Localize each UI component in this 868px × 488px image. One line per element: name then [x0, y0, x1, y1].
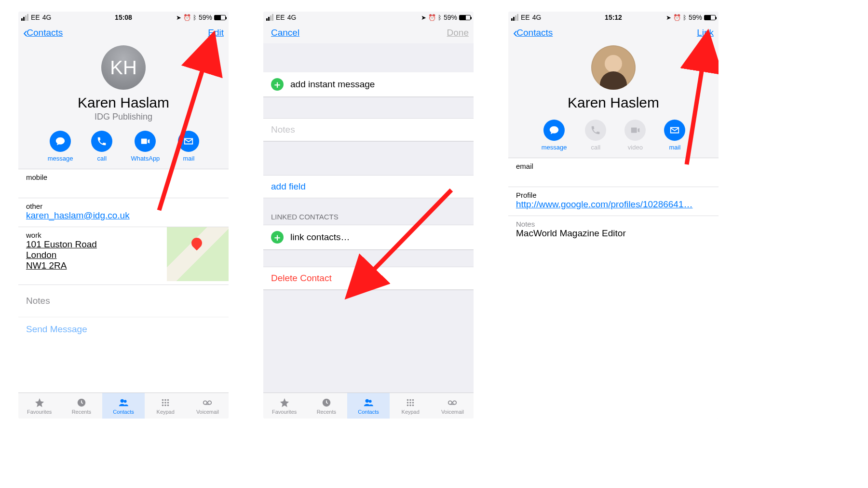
- tab-label: Contacts: [358, 409, 379, 415]
- delete-contact-row[interactable]: Delete Contact: [263, 267, 474, 290]
- svg-point-8: [167, 402, 169, 404]
- action-video: video: [624, 120, 646, 151]
- network-label: 4G: [42, 14, 52, 21]
- contact-org: IDG Publishing: [18, 112, 229, 122]
- tab-contacts[interactable]: Contacts: [347, 393, 389, 419]
- avatar[interactable]: KH: [101, 45, 146, 90]
- field-other[interactable]: other karen_haslam@idg.co.uk: [18, 198, 229, 227]
- action-message[interactable]: message: [542, 120, 567, 151]
- tab-label: Recents: [317, 409, 336, 415]
- send-message-row[interactable]: Send Message: [18, 317, 229, 341]
- contacts-icon: [117, 397, 130, 408]
- field-work-address[interactable]: work 101 Euston Road London NW1 2RA: [18, 227, 229, 285]
- link-contacts-label: link contacts…: [290, 232, 350, 243]
- field-label: other: [26, 202, 221, 210]
- link-button[interactable]: Link: [697, 27, 714, 38]
- tab-voicemail[interactable]: Voicemail: [187, 393, 229, 419]
- screen-contact-detail: EE 4G 15:08 ➤ ⏰ ᛒ 59% ‹ Contacts Edit KH…: [18, 12, 229, 419]
- mail-icon: [183, 136, 194, 147]
- tab-recents[interactable]: Recents: [60, 393, 102, 419]
- star-icon: [33, 397, 46, 408]
- tab-favourites[interactable]: Favourites: [263, 393, 305, 419]
- tab-label: Voicemail: [196, 409, 219, 415]
- done-button[interactable]: Done: [447, 27, 469, 38]
- field-value: http://www.google.com/profiles/10286641…: [516, 199, 711, 210]
- clock: 15:08: [115, 14, 132, 21]
- clock: 15:12: [605, 14, 622, 21]
- contact-fields: mobile other karen_haslam@idg.co.uk work…: [18, 169, 229, 393]
- alarm-icon: ⏰: [428, 14, 436, 21]
- svg-point-20: [412, 399, 414, 401]
- cancel-button[interactable]: Cancel: [271, 27, 299, 38]
- network-label: 4G: [287, 14, 297, 21]
- location-icon: ➤: [176, 14, 181, 21]
- action-message[interactable]: message: [48, 131, 73, 162]
- tab-recents[interactable]: Recents: [305, 393, 347, 419]
- map-thumbnail[interactable]: [167, 227, 229, 281]
- edit-content: ＋ add instant message Notes add field LI…: [263, 43, 474, 393]
- battery-pct: 59%: [444, 14, 457, 21]
- action-mail[interactable]: mail: [178, 131, 199, 162]
- edit-button[interactable]: Edit: [208, 27, 224, 38]
- field-mobile[interactable]: mobile: [18, 169, 229, 198]
- svg-point-23: [412, 402, 414, 404]
- tab-favourites[interactable]: Favourites: [18, 393, 60, 419]
- back-label: Contacts: [516, 27, 553, 38]
- back-button[interactable]: ‹ Contacts: [513, 26, 553, 40]
- field-notes[interactable]: Notes MacWorld Magazine Editor: [508, 216, 719, 244]
- field-value: karen_haslam@idg.co.uk: [26, 210, 221, 221]
- svg-point-25: [409, 404, 411, 406]
- add-im-row[interactable]: ＋ add instant message: [263, 72, 474, 97]
- battery-icon: [214, 15, 226, 20]
- svg-point-21: [407, 402, 409, 404]
- link-contacts-row[interactable]: ＋ link contacts…: [263, 225, 474, 250]
- battery-icon: [704, 15, 716, 20]
- carrier-label: EE: [276, 14, 285, 21]
- tab-bar: Favourites Recents Contacts Keypad Voice…: [263, 393, 474, 419]
- location-icon: ➤: [421, 14, 426, 21]
- svg-point-22: [409, 402, 411, 404]
- svg-point-4: [164, 399, 166, 401]
- field-label: Notes: [516, 220, 711, 228]
- tab-label: Favourites: [27, 409, 52, 415]
- video-icon: [630, 125, 640, 136]
- voicemail-icon: [446, 397, 459, 408]
- plus-icon: ＋: [271, 231, 284, 244]
- action-label: call: [591, 144, 601, 151]
- action-call[interactable]: call: [91, 131, 112, 162]
- back-button[interactable]: ‹ Contacts: [23, 26, 63, 40]
- status-bar: EE 4G 15:08 ➤ ⏰ ᛒ 59%: [18, 12, 229, 22]
- carrier-label: EE: [521, 14, 530, 21]
- mail-icon: [669, 125, 680, 136]
- notes-field[interactable]: Notes: [263, 118, 474, 141]
- screen-contact-detail-2: EE 4G 15:12 ➤ ⏰ ᛒ 59% ‹ Contacts Link Ka…: [508, 12, 719, 419]
- action-whatsapp[interactable]: WhatsApp: [131, 131, 160, 162]
- battery-icon: [459, 15, 471, 20]
- field-email[interactable]: email: [508, 158, 719, 187]
- tab-keypad[interactable]: Keypad: [145, 393, 187, 419]
- signal-icon: [21, 14, 28, 21]
- action-row: message call WhatsApp mail: [18, 131, 229, 162]
- tab-voicemail[interactable]: Voicemail: [432, 393, 474, 419]
- plus-icon: ＋: [271, 78, 284, 91]
- tab-label: Favourites: [272, 409, 297, 415]
- field-profile[interactable]: Profile http://www.google.com/profiles/1…: [508, 187, 719, 216]
- svg-point-17: [369, 400, 372, 403]
- svg-point-9: [162, 404, 164, 406]
- contact-fields: email Profile http://www.google.com/prof…: [508, 158, 719, 419]
- notes-label[interactable]: Notes: [18, 285, 229, 317]
- navbar: Cancel Done: [263, 22, 474, 43]
- tab-contacts[interactable]: Contacts: [102, 393, 144, 419]
- screen-edit-contact: EE 4G ➤ ⏰ ᛒ 59% Cancel Done ＋ add instan…: [263, 12, 474, 419]
- tab-keypad[interactable]: Keypad: [390, 393, 432, 419]
- video-icon: [140, 136, 150, 147]
- add-field-row[interactable]: add field: [263, 175, 474, 198]
- action-label: mail: [183, 155, 194, 162]
- avatar[interactable]: [591, 45, 636, 90]
- action-label: mail: [669, 144, 680, 151]
- tab-label: Keypad: [157, 409, 175, 415]
- field-value: [26, 181, 221, 192]
- contact-header: KH Karen Haslam IDG Publishing message c…: [18, 43, 229, 169]
- action-mail[interactable]: mail: [664, 120, 685, 151]
- clock-icon: [320, 397, 333, 408]
